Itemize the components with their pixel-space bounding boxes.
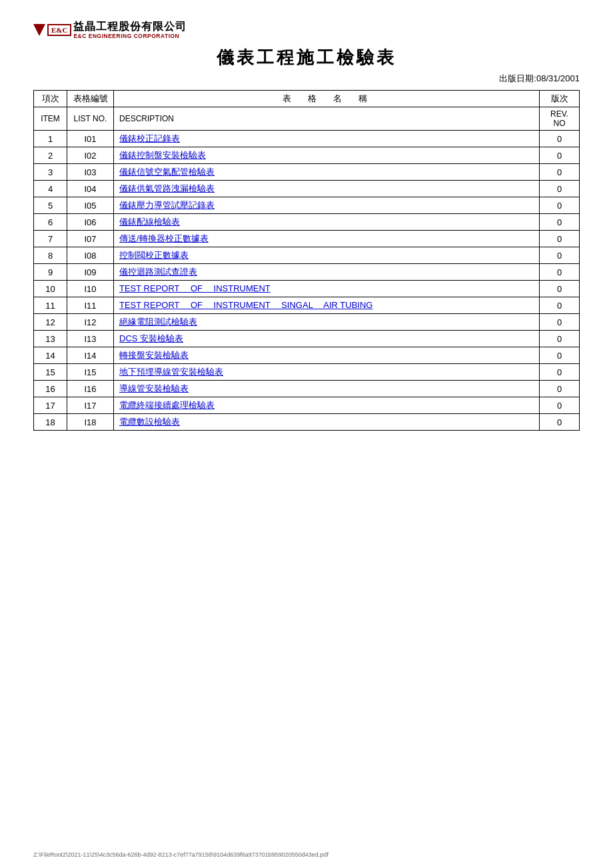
table-row: 17I17電纜終端接續處理檢驗表0 xyxy=(34,397,580,414)
cell-desc[interactable]: 儀錶校正記錄表 xyxy=(114,131,540,147)
cell-listno: I03 xyxy=(67,164,114,181)
table-row: 14I14轉接盤安裝檢驗表0 xyxy=(34,347,580,364)
table-row: 10I10TEST REPORT OF INSTRUMENT0 xyxy=(34,281,580,297)
cell-desc[interactable]: 傳送/轉換器校正數據表 xyxy=(114,231,540,247)
cell-listno: I15 xyxy=(67,364,114,381)
logo-company-cn: 益晶工程股份有限公司 xyxy=(73,20,187,33)
cell-desc[interactable]: 控制閥校正數據表 xyxy=(114,247,540,264)
cell-desc[interactable]: 儀錶信號空氣配管檢驗表 xyxy=(114,164,540,181)
cell-desc[interactable]: DCS 安裝檢驗表 xyxy=(114,331,540,347)
table-row: 13I13DCS 安裝檢驗表0 xyxy=(34,331,580,347)
cell-desc[interactable]: 導線管安裝檢驗表 xyxy=(114,381,540,397)
col-header-listno-en: LIST NO. xyxy=(67,107,114,131)
cell-rev: 0 xyxy=(540,381,580,397)
table-row: 6I06儀錶配線檢驗表0 xyxy=(34,214,580,231)
cell-rev: 0 xyxy=(540,197,580,214)
cell-desc[interactable]: 電纜終端接續處理檢驗表 xyxy=(114,397,540,414)
table-row: 7I07傳送/轉換器校正數據表0 xyxy=(34,231,580,247)
page-title: 儀表工程施工檢驗表 xyxy=(33,46,580,69)
cell-desc[interactable]: 儀錶控制盤安裝檢驗表 xyxy=(114,147,540,164)
cell-listno: I12 xyxy=(67,314,114,331)
cell-desc[interactable]: 儀控迴路測試查證表 xyxy=(114,264,540,281)
publish-date: 出版日期:08/31/2001 xyxy=(33,73,580,85)
logo-company-text: 益晶工程股份有限公司 E&C ENGINEERING CORPORATION xyxy=(73,20,187,39)
cell-listno: I09 xyxy=(67,264,114,281)
cell-rev: 0 xyxy=(540,181,580,197)
col-header-item-en: ITEM xyxy=(34,107,67,131)
cell-listno: I01 xyxy=(67,131,114,147)
col-header-item: 項次 xyxy=(34,91,67,107)
cell-listno: I04 xyxy=(67,181,114,197)
cell-rev: 0 xyxy=(540,281,580,297)
cell-desc[interactable]: 地下預埋導線管安裝檢驗表 xyxy=(114,364,540,381)
table-row: 18I18電纜數設檢驗表0 xyxy=(34,414,580,431)
cell-item: 1 xyxy=(34,131,67,147)
table-header-row-2: ITEM LIST NO. DESCRIPTION REV. NO xyxy=(34,107,580,131)
cell-item: 8 xyxy=(34,247,67,264)
col-header-rev-en: REV. NO xyxy=(540,107,580,131)
logo-company-en: E&C ENGINEERING CORPORATION xyxy=(73,33,187,39)
cell-desc[interactable]: TEST REPORT OF INSTRUMENT SINGAL AIR TUB… xyxy=(114,297,540,314)
cell-rev: 0 xyxy=(540,397,580,414)
cell-item: 7 xyxy=(34,231,67,247)
cell-listno: I08 xyxy=(67,247,114,264)
cell-listno: I11 xyxy=(67,297,114,314)
cell-item: 6 xyxy=(34,214,67,231)
cell-desc[interactable]: TEST REPORT OF INSTRUMENT xyxy=(114,281,540,297)
cell-desc[interactable]: 儀錶配線檢驗表 xyxy=(114,214,540,231)
cell-desc[interactable]: 電纜數設檢驗表 xyxy=(114,414,540,431)
table-row: 15I15地下預埋導線管安裝檢驗表0 xyxy=(34,364,580,381)
cell-item: 17 xyxy=(34,397,67,414)
cell-rev: 0 xyxy=(540,264,580,281)
col-header-desc-en: DESCRIPTION xyxy=(114,107,540,131)
cell-rev: 0 xyxy=(540,364,580,381)
col-header-listno: 表格編號 xyxy=(67,91,114,107)
cell-item: 4 xyxy=(34,181,67,197)
cell-rev: 0 xyxy=(540,164,580,181)
cell-item: 12 xyxy=(34,314,67,331)
cell-rev: 0 xyxy=(540,331,580,347)
cell-item: 5 xyxy=(34,197,67,214)
table-row: 1I01儀錶校正記錄表0 xyxy=(34,131,580,147)
cell-rev: 0 xyxy=(540,314,580,331)
cell-listno: I18 xyxy=(67,414,114,431)
logo-container: E&C 益晶工程股份有限公司 E&C ENGINEERING CORPORATI… xyxy=(33,20,187,39)
table-row: 12I12絕緣電阻測試檢驗表0 xyxy=(34,314,580,331)
table-row: 3I03儀錶信號空氣配管檢驗表0 xyxy=(34,164,580,181)
cell-item: 16 xyxy=(34,381,67,397)
header: E&C 益晶工程股份有限公司 E&C ENGINEERING CORPORATI… xyxy=(33,20,580,39)
cell-desc[interactable]: 絕緣電阻測試檢驗表 xyxy=(114,314,540,331)
cell-rev: 0 xyxy=(540,214,580,231)
cell-listno: I06 xyxy=(67,214,114,231)
cell-desc[interactable]: 儀錶供氣管路洩漏檢驗表 xyxy=(114,181,540,197)
col-header-rev: 版次 xyxy=(540,91,580,107)
cell-listno: I05 xyxy=(67,197,114,214)
cell-item: 10 xyxy=(34,281,67,297)
cell-desc[interactable]: 轉接盤安裝檢驗表 xyxy=(114,347,540,364)
table-header-row-1: 項次 表格編號 表 格 名 稱 版次 xyxy=(34,91,580,107)
cell-item: 2 xyxy=(34,147,67,164)
cell-listno: I14 xyxy=(67,347,114,364)
cell-rev: 0 xyxy=(540,131,580,147)
cell-rev: 0 xyxy=(540,414,580,431)
cell-rev: 0 xyxy=(540,231,580,247)
cell-listno: I16 xyxy=(67,381,114,397)
cell-rev: 0 xyxy=(540,147,580,164)
table-row: 2I02儀錶控制盤安裝檢驗表0 xyxy=(34,147,580,164)
cell-item: 13 xyxy=(34,331,67,347)
cell-rev: 0 xyxy=(540,347,580,364)
table-row: 8I08控制閥校正數據表0 xyxy=(34,247,580,264)
cell-item: 11 xyxy=(34,297,67,314)
cell-listno: I17 xyxy=(67,397,114,414)
cell-listno: I10 xyxy=(67,281,114,297)
cell-item: 9 xyxy=(34,264,67,281)
table-row: 4I04儀錶供氣管路洩漏檢驗表0 xyxy=(34,181,580,197)
cell-item: 15 xyxy=(34,364,67,381)
table-row: 9I09儀控迴路測試查證表0 xyxy=(34,264,580,281)
cell-desc[interactable]: 儀錶壓力導管試壓記錄表 xyxy=(114,197,540,214)
main-table: 項次 表格編號 表 格 名 稱 版次 ITEM LIST NO. DESCRIP… xyxy=(33,90,580,431)
cell-listno: I07 xyxy=(67,231,114,247)
cell-rev: 0 xyxy=(540,297,580,314)
table-row: 16I16導線管安裝檢驗表0 xyxy=(34,381,580,397)
cell-item: 14 xyxy=(34,347,67,364)
